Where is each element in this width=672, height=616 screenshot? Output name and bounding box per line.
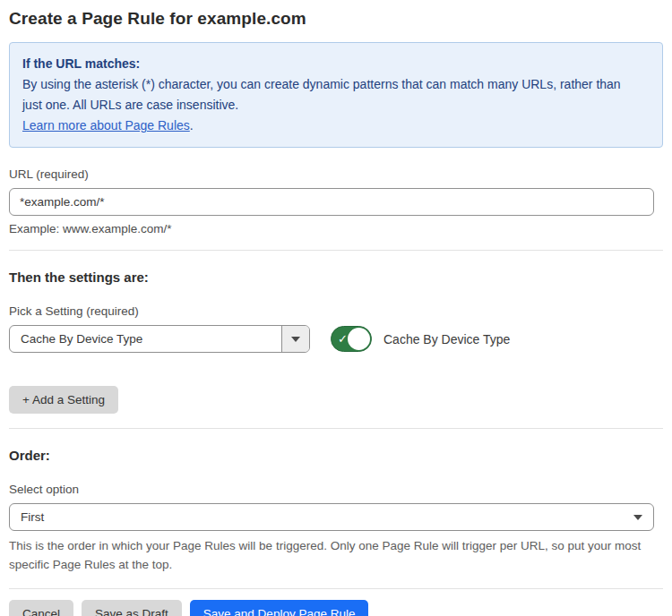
pick-setting-label: Pick a Setting (required): [9, 304, 663, 318]
save-and-deploy-button[interactable]: Save and Deploy Page Rule: [190, 600, 369, 616]
save-as-draft-button[interactable]: Save as Draft: [82, 600, 182, 616]
setting-row: Cache By Device Type ✓ Cache By Device T…: [9, 325, 663, 353]
chevron-down-icon: [291, 337, 300, 342]
settings-section-heading: Then the settings are:: [9, 270, 663, 285]
url-example-helper: Example: www.example.com/*: [9, 222, 663, 235]
info-box-body: By using the asterisk (*) character, you…: [22, 74, 641, 116]
divider: [9, 250, 663, 251]
setting-toggle-label: Cache By Device Type: [383, 332, 510, 346]
checkmark-icon: ✓: [338, 333, 348, 345]
divider: [9, 588, 663, 589]
add-setting-button[interactable]: + Add a Setting: [9, 386, 118, 414]
order-select-label: Select option: [9, 483, 663, 496]
setting-dropdown-value: Cache By Device Type: [10, 326, 281, 352]
url-input[interactable]: [9, 188, 654, 216]
page-rule-form: Create a Page Rule for example.com If th…: [0, 0, 672, 616]
cancel-button[interactable]: Cancel: [9, 600, 73, 616]
url-field-label: URL (required): [9, 167, 663, 181]
order-select-value: First: [10, 504, 653, 530]
learn-more-link[interactable]: Learn more about Page Rules: [22, 118, 190, 133]
info-box-link-line: Learn more about Page Rules.: [22, 116, 650, 136]
divider: [9, 428, 663, 429]
chevron-down-icon: [633, 515, 642, 520]
info-box-heading: If the URL matches:: [22, 54, 650, 74]
order-helper-text: This is the order in which your Page Rul…: [9, 536, 654, 574]
footer-actions: Cancel Save as Draft Save and Deploy Pag…: [9, 600, 663, 616]
page-title: Create a Page Rule for example.com: [9, 9, 663, 29]
toggle-knob: [348, 328, 370, 350]
link-suffix: .: [190, 118, 194, 133]
order-section-heading: Order:: [9, 448, 663, 463]
setting-toggle[interactable]: ✓: [331, 326, 372, 352]
setting-dropdown[interactable]: Cache By Device Type: [9, 325, 310, 353]
order-select[interactable]: First: [9, 503, 654, 531]
url-match-info-box: If the URL matches: By using the asteris…: [9, 42, 663, 148]
setting-dropdown-arrow-button[interactable]: [281, 326, 309, 352]
